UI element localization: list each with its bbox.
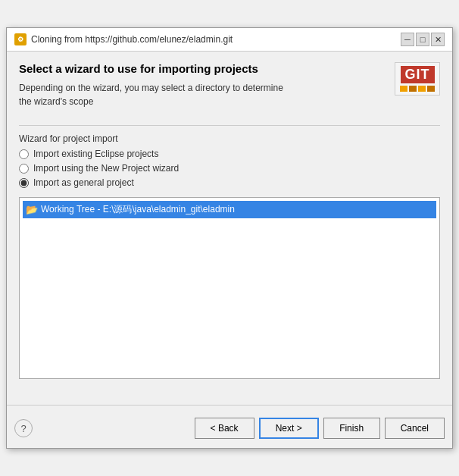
finish-button[interactable]: Finish [323, 418, 380, 439]
git-bar-1 [400, 86, 407, 92]
folder-icon: 📂 [26, 204, 38, 215]
next-button[interactable]: Next > [259, 418, 319, 439]
radio-label-1: Import existing Eclipse projects [33, 149, 158, 159]
minimize-button[interactable]: ─ [401, 33, 414, 46]
git-bar-3 [418, 86, 426, 92]
description-line1: Depending on the wizard, you may select … [19, 83, 283, 93]
tree-item-label: Working Tree - E:\源码\java\eladmin_git\el… [41, 203, 235, 216]
wizard-section-label: Wizard for project import [19, 133, 440, 144]
radio-input-1[interactable] [19, 149, 29, 159]
tree-item[interactable]: 📂 Working Tree - E:\源码\java\eladmin_git\… [23, 201, 436, 218]
button-row: ? < Back Next > Finish Cancel [7, 412, 452, 448]
radio-input-2[interactable] [19, 164, 29, 174]
description: Depending on the wizard, you may select … [19, 81, 395, 108]
tree-container: 📂 Working Tree - E:\源码\java\eladmin_git\… [19, 197, 440, 379]
description-line2: the wizard's scope [19, 96, 93, 107]
radio-input-3[interactable] [19, 178, 29, 188]
radio-item-1[interactable]: Import existing Eclipse projects [19, 149, 440, 159]
radio-item-3[interactable]: Import as general project [19, 177, 440, 188]
radio-label-3: Import as general project [33, 177, 134, 188]
radio-item-2[interactable]: Import using the New Project wizard [19, 163, 440, 174]
app-icon: ⚙ [14, 33, 27, 45]
header-section: Select a wizard to use for importing pro… [19, 62, 440, 126]
title-bar: ⚙ Cloning from https://github.com/elunez… [7, 28, 452, 52]
radio-label-2: Import using the New Project wizard [33, 163, 179, 174]
git-logo-bars [400, 86, 435, 92]
git-bar-2 [409, 86, 417, 92]
header-left: Select a wizard to use for importing pro… [19, 62, 395, 117]
close-button[interactable]: ✕ [431, 33, 445, 46]
divider [7, 405, 452, 406]
maximize-button[interactable]: □ [416, 33, 429, 46]
git-logo: GIT [395, 62, 440, 96]
help-button[interactable]: ? [14, 419, 33, 437]
git-bar-4 [427, 86, 435, 92]
page-heading: Select a wizard to use for importing pro… [19, 62, 395, 75]
dialog-body: Select a wizard to use for importing pro… [7, 52, 452, 399]
back-button[interactable]: < Back [195, 418, 254, 439]
title-bar-left: ⚙ Cloning from https://github.com/elunez… [14, 33, 233, 45]
window-controls: ─ □ ✕ [401, 33, 445, 46]
radio-group: Import existing Eclipse projects Import … [19, 149, 440, 188]
nav-buttons: < Back Next > Finish Cancel [195, 418, 445, 439]
git-logo-text: GIT [401, 66, 435, 83]
window-title: Cloning from https://github.com/elunez/e… [31, 34, 233, 45]
dialog-window: ⚙ Cloning from https://github.com/elunez… [6, 27, 453, 449]
cancel-button[interactable]: Cancel [385, 418, 445, 439]
